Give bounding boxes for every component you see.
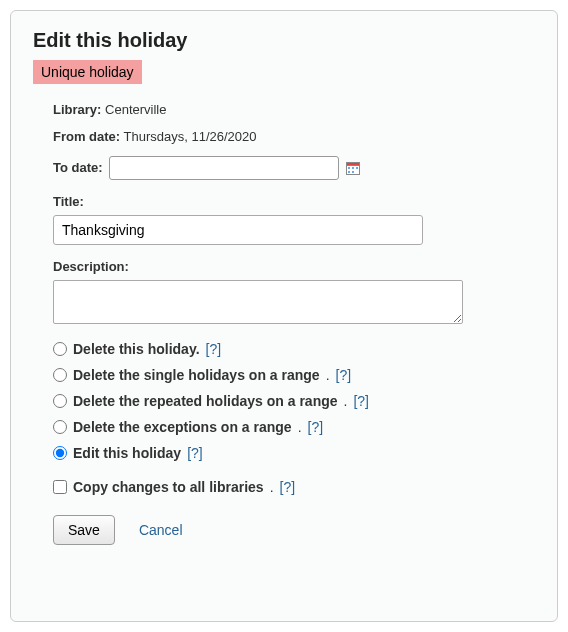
- page-title: Edit this holiday: [33, 29, 535, 52]
- option-delete-holiday-label[interactable]: Delete this holiday.: [73, 341, 200, 357]
- option-edit-holiday: Edit this holiday [?]: [53, 445, 535, 461]
- from-date-label: From date:: [53, 129, 120, 144]
- option-edit-holiday-label[interactable]: Edit this holiday: [73, 445, 181, 461]
- option-delete-repeated-range-label[interactable]: Delete the repeated holidays on a range: [73, 393, 338, 409]
- copy-all-label[interactable]: Copy changes to all libraries: [73, 479, 264, 495]
- to-date-label: To date:: [53, 160, 103, 175]
- description-input[interactable]: [53, 280, 463, 324]
- svg-rect-2: [348, 167, 350, 169]
- option-delete-repeated-range: Delete the repeated holidays on a range.…: [53, 393, 535, 409]
- copy-all-help[interactable]: [?]: [280, 479, 296, 495]
- library-label: Library:: [53, 102, 101, 117]
- svg-rect-1: [346, 162, 359, 165]
- option-delete-single-range: Delete the single holidays on a range. […: [53, 367, 535, 383]
- option-delete-single-range-label[interactable]: Delete the single holidays on a range: [73, 367, 320, 383]
- dot: .: [326, 367, 330, 383]
- from-date-value: Thursdays, 11/26/2020: [124, 129, 257, 144]
- option-edit-holiday-help[interactable]: [?]: [187, 445, 203, 461]
- dot: .: [344, 393, 348, 409]
- option-delete-holiday-help[interactable]: [?]: [206, 341, 222, 357]
- svg-rect-3: [352, 167, 354, 169]
- description-block: Description:: [53, 259, 535, 327]
- edit-holiday-panel: Edit this holiday Unique holiday Library…: [10, 10, 558, 622]
- copy-all-row: Copy changes to all libraries. [?]: [53, 479, 535, 495]
- to-date-input[interactable]: [109, 156, 339, 180]
- option-delete-exceptions-range: Delete the exceptions on a range. [?]: [53, 419, 535, 435]
- save-button[interactable]: Save: [53, 515, 115, 545]
- svg-rect-4: [356, 167, 358, 169]
- option-delete-single-range-help[interactable]: [?]: [336, 367, 352, 383]
- title-block: Title:: [53, 194, 535, 245]
- option-edit-holiday-radio[interactable]: [53, 446, 67, 460]
- option-delete-exceptions-range-label[interactable]: Delete the exceptions on a range: [73, 419, 292, 435]
- copy-all-checkbox[interactable]: [53, 480, 67, 494]
- option-delete-repeated-range-radio[interactable]: [53, 394, 67, 408]
- cancel-link[interactable]: Cancel: [139, 522, 183, 538]
- option-delete-holiday: Delete this holiday. [?]: [53, 341, 535, 357]
- option-delete-exceptions-range-help[interactable]: [?]: [308, 419, 324, 435]
- description-label: Description:: [53, 259, 535, 274]
- title-label: Title:: [53, 194, 535, 209]
- svg-rect-6: [352, 171, 354, 173]
- option-delete-holiday-radio[interactable]: [53, 342, 67, 356]
- from-date-row: From date: Thursdays, 11/26/2020: [53, 127, 535, 148]
- dot: .: [298, 419, 302, 435]
- library-value: Centerville: [105, 102, 166, 117]
- option-delete-repeated-range-help[interactable]: [?]: [353, 393, 369, 409]
- dot: .: [270, 479, 274, 495]
- svg-rect-5: [348, 171, 350, 173]
- holiday-type-badge: Unique holiday: [33, 60, 142, 84]
- library-row: Library: Centerville: [53, 100, 535, 121]
- title-input[interactable]: [53, 215, 423, 245]
- option-delete-single-range-radio[interactable]: [53, 368, 67, 382]
- option-delete-exceptions-range-radio[interactable]: [53, 420, 67, 434]
- actions-row: Save Cancel: [53, 515, 535, 545]
- calendar-icon[interactable]: [345, 160, 361, 176]
- to-date-row: To date:: [53, 156, 535, 180]
